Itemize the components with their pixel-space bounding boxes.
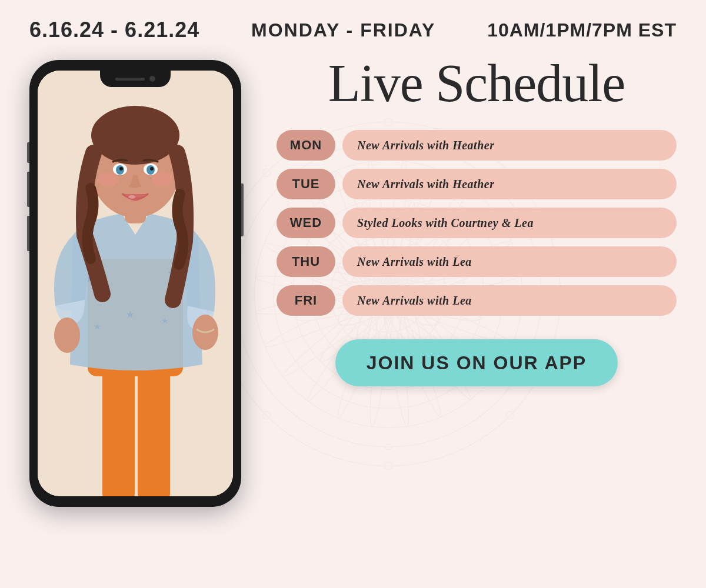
day-pill-fri: FRI <box>277 285 335 316</box>
phone-notch <box>100 71 171 87</box>
svg-point-79 <box>128 195 135 199</box>
event-pill-wed: Styled Looks with Courtney & Lea <box>342 208 677 238</box>
schedule-row-tue: TUE New Arrivals with Heather <box>277 169 677 199</box>
person-illustration: ★ ★ ★ ★ ★ <box>38 71 233 496</box>
live-schedule-title: Live Schedule <box>328 54 625 112</box>
schedule-list: MON New Arrivals with Heather TUE New Ar… <box>277 130 677 316</box>
phone-screen: ★ ★ ★ ★ ★ <box>38 71 233 496</box>
svg-point-76 <box>150 167 154 171</box>
join-app-button[interactable]: JOIN US ON OUR APP <box>335 339 618 386</box>
svg-point-77 <box>98 172 119 186</box>
schedule-row-mon: MON New Arrivals with Heather <box>277 130 677 161</box>
event-pill-fri: New Arrivals with Lea <box>342 285 677 316</box>
phone-button-mute <box>27 142 29 163</box>
phone-button-vol-up <box>27 172 29 207</box>
day-pill-tue: TUE <box>277 169 335 199</box>
main-content: ★ ★ ★ ★ ★ <box>29 54 677 507</box>
day-pill-wed: WED <box>277 208 335 238</box>
times-label: 10AM/1PM/7PM EST <box>487 19 677 41</box>
day-pill-thu: THU <box>277 246 335 277</box>
date-range: 6.16.24 - 6.21.24 <box>29 18 199 42</box>
schedule-row-thu: THU New Arrivals with Lea <box>277 246 677 277</box>
phone-button-power <box>241 183 244 236</box>
phone-camera <box>149 76 155 82</box>
phone-person-photo: ★ ★ ★ ★ ★ <box>38 71 233 496</box>
phone-button-vol-down <box>27 216 29 251</box>
event-pill-thu: New Arrivals with Lea <box>342 246 677 277</box>
day-pill-mon: MON <box>277 130 335 161</box>
svg-point-75 <box>119 167 123 171</box>
schedule-row-wed: WED Styled Looks with Courtney & Lea <box>277 208 677 238</box>
schedule-panel: Live Schedule MON New Arrivals with Heat… <box>277 54 677 386</box>
svg-point-66 <box>54 318 80 353</box>
phone-speaker <box>115 78 145 81</box>
svg-text:★: ★ <box>161 316 169 325</box>
phone-container: ★ ★ ★ ★ ★ <box>29 60 253 507</box>
phone-mockup: ★ ★ ★ ★ ★ <box>29 60 241 507</box>
schedule-row-fri: FRI New Arrivals with Lea <box>277 285 677 316</box>
event-pill-mon: New Arrivals with Heather <box>342 130 677 161</box>
days-label: MONDAY - FRIDAY <box>251 19 435 41</box>
svg-text:★: ★ <box>94 322 101 331</box>
header-row: 6.16.24 - 6.21.24 MONDAY - FRIDAY 10AM/1… <box>29 18 677 42</box>
event-pill-tue: New Arrivals with Heather <box>342 169 677 199</box>
svg-text:★: ★ <box>126 309 134 319</box>
page-wrapper: 6.16.24 - 6.21.24 MONDAY - FRIDAY 10AM/1… <box>0 0 706 588</box>
svg-point-78 <box>152 172 173 186</box>
